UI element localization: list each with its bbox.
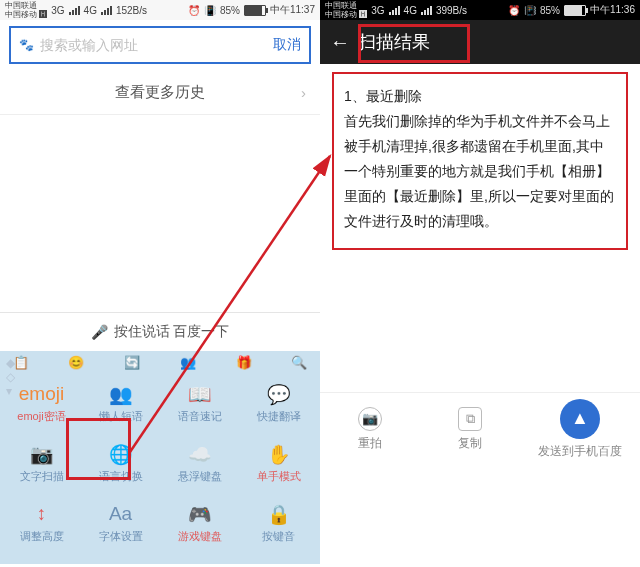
ime-tool-调整高度[interactable]: ↕调整高度 <box>6 499 77 557</box>
battery-icon <box>564 5 586 16</box>
tool-label: 调整高度 <box>20 529 64 544</box>
tool-icon: 📖 <box>185 379 215 409</box>
ime-tool-文字扫描[interactable]: 📷文字扫描 <box>6 439 77 497</box>
ime-panel-header: 📋 😊 🔄 👥 🎁 🔍 <box>6 355 314 377</box>
view-more-history[interactable]: 查看更多历史 › <box>0 70 320 115</box>
tool-label: 字体设置 <box>99 529 143 544</box>
tool-label: 快捷翻译 <box>257 409 301 424</box>
retake-button[interactable]: 📷 重拍 <box>320 407 420 452</box>
tool-label: 游戏键盘 <box>178 529 222 544</box>
camera-icon: 📷 <box>358 407 382 431</box>
tool-icon: 💬 <box>264 379 294 409</box>
header-icon[interactable]: 🔍 <box>287 355 312 377</box>
tool-label: 按键音 <box>262 529 295 544</box>
back-button[interactable]: ← <box>330 31 352 54</box>
send-icon: ▲ <box>560 399 600 439</box>
ime-tool-语音速记[interactable]: 📖语音速记 <box>164 379 235 437</box>
status-bar: 中国联通中国移动 🅷 3G 4G 399B/s ⏰ 📳 85% 中午11:36 <box>320 0 640 20</box>
bottom-actions: 📷 重拍 ⧉ 复制 ▲ 发送到手机百度 <box>320 392 640 465</box>
page-title: 扫描结果 <box>358 30 430 54</box>
ime-tool-快捷翻译[interactable]: 💬快捷翻译 <box>243 379 314 437</box>
vibrate-icon: 📳 <box>524 5 536 16</box>
header-icon[interactable]: 🎁 <box>231 355 256 377</box>
battery-icon <box>244 5 266 16</box>
ime-tool-悬浮键盘[interactable]: ☁️悬浮键盘 <box>164 439 235 497</box>
tool-icon: 👥 <box>106 379 136 409</box>
scan-result-text[interactable]: 1、最近删除 首先我们删除掉的华为手机文件并不会马上被手机清理掉,很多都遗留在手… <box>332 72 628 250</box>
microphone-icon: 🎤 <box>91 324 108 340</box>
header-icon[interactable]: 👥 <box>175 355 200 377</box>
tool-icon: 🎮 <box>185 499 215 529</box>
copy-icon: ⧉ <box>458 407 482 431</box>
tool-icon: ↕ <box>27 499 57 529</box>
ime-side-handles[interactable]: ◆◇▾ <box>0 356 21 416</box>
phone-left-browser: 中国联通中国移动 🅷 3G 4G 152B/s ⏰ 📳 85% 中午11:37 … <box>0 0 320 552</box>
ime-tool-字体设置[interactable]: Aa字体设置 <box>85 499 156 557</box>
tool-icon: 🌐 <box>106 439 136 469</box>
tool-icon: 📷 <box>27 439 57 469</box>
tool-label: 懒人短语 <box>99 409 143 424</box>
ime-tools-panel: 📋 😊 🔄 👥 🎁 🔍 emojiemoji密语👥懒人短语📖语音速记💬快捷翻译📷… <box>0 351 320 564</box>
tool-icon: 🔒 <box>264 499 294 529</box>
ime-tool-按键音[interactable]: 🔒按键音 <box>243 499 314 557</box>
vibrate-icon: 📳 <box>204 5 216 16</box>
cancel-button[interactable]: 取消 <box>273 36 301 54</box>
ime-tool-懒人短语[interactable]: 👥懒人短语 <box>85 379 156 437</box>
header-icon[interactable]: 😊 <box>64 355 89 377</box>
tool-icon: Aa <box>106 499 136 529</box>
tool-icon: emoji <box>27 379 57 409</box>
search-bar[interactable]: 🐾 搜索或输入网址 取消 <box>9 26 311 64</box>
voice-search-bar[interactable]: 🎤 按住说话 百度一下 <box>0 312 320 351</box>
status-bar: 中国联通中国移动 🅷 3G 4G 152B/s ⏰ 📳 85% 中午11:37 <box>0 0 320 20</box>
chevron-right-icon: › <box>301 84 306 101</box>
tool-label: emoji密语 <box>17 409 65 424</box>
tool-icon: ✋ <box>264 439 294 469</box>
alarm-icon: ⏰ <box>508 5 520 16</box>
tool-label: 悬浮键盘 <box>178 469 222 484</box>
tool-icon: ☁️ <box>185 439 215 469</box>
ime-tool-单手模式[interactable]: ✋单手模式 <box>243 439 314 497</box>
header-icon[interactable]: 🔄 <box>120 355 145 377</box>
result-body-text: 首先我们删除掉的华为手机文件并不会马上被手机清理掉,很多都遗留在手机里面,其中一… <box>344 109 616 234</box>
empty-area <box>0 115 320 312</box>
alarm-icon: ⏰ <box>188 5 200 16</box>
send-to-baidu-button[interactable]: ▲ 发送到手机百度 <box>520 399 640 460</box>
tool-label: 文字扫描 <box>20 469 64 484</box>
tool-label: 单手模式 <box>257 469 301 484</box>
baidu-paw-icon: 🐾 <box>19 38 34 52</box>
tool-label: 语言切换 <box>99 469 143 484</box>
title-bar: ← 扫描结果 <box>320 20 640 64</box>
copy-button[interactable]: ⧉ 复制 <box>420 407 520 452</box>
search-input[interactable]: 搜索或输入网址 <box>40 28 273 62</box>
ime-tool-游戏键盘[interactable]: 🎮游戏键盘 <box>164 499 235 557</box>
ime-tool-语言切换[interactable]: 🌐语言切换 <box>85 439 156 497</box>
result-heading: 1、最近删除 <box>344 84 616 109</box>
tool-label: 语音速记 <box>178 409 222 424</box>
